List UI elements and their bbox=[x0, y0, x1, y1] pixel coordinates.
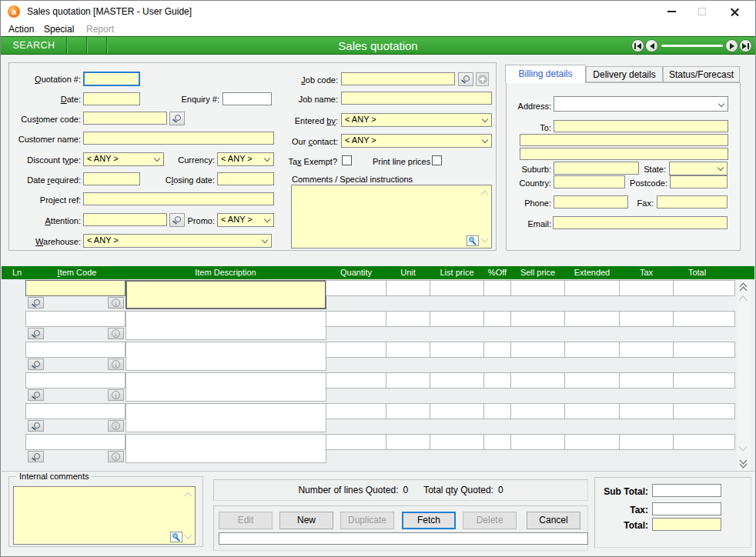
extended-cell[interactable] bbox=[564, 403, 620, 419]
job-search-button[interactable] bbox=[458, 72, 473, 86]
tax-total-input[interactable] bbox=[652, 502, 721, 515]
grand-total-input[interactable] bbox=[652, 518, 721, 531]
total-cell[interactable] bbox=[673, 280, 735, 296]
unit-cell[interactable] bbox=[386, 403, 430, 419]
new-button[interactable]: New bbox=[279, 512, 333, 529]
delete-button[interactable]: Delete bbox=[463, 512, 517, 529]
item-description-cell[interactable] bbox=[125, 280, 326, 309]
tax-cell[interactable] bbox=[619, 434, 674, 450]
tax-cell[interactable] bbox=[619, 280, 674, 296]
item-code-cell[interactable] bbox=[25, 280, 125, 296]
row-item-info-button[interactable] bbox=[108, 389, 124, 401]
state-select[interactable] bbox=[669, 162, 728, 175]
scroll-up-icon[interactable] bbox=[481, 191, 489, 198]
promo-select[interactable]: < ANY > bbox=[217, 213, 274, 227]
row-item-search-button[interactable] bbox=[28, 297, 44, 309]
scroll-down-icon[interactable] bbox=[185, 532, 192, 539]
closing-date-input[interactable] bbox=[217, 172, 274, 185]
quantity-cell[interactable] bbox=[326, 372, 386, 389]
record-slider[interactable] bbox=[661, 45, 723, 47]
total-cell[interactable] bbox=[673, 372, 735, 389]
item-code-cell[interactable] bbox=[25, 403, 125, 419]
customer-search-button[interactable] bbox=[169, 112, 185, 125]
email-input[interactable] bbox=[553, 216, 728, 229]
internal-comments-zoom-button[interactable] bbox=[170, 532, 182, 542]
address-to-input[interactable] bbox=[554, 120, 728, 132]
scroll-first-button[interactable] bbox=[739, 282, 748, 292]
tax-cell[interactable] bbox=[619, 403, 674, 419]
row-item-info-button[interactable] bbox=[108, 328, 124, 339]
unit-cell[interactable] bbox=[386, 342, 430, 358]
print-line-prices-checkbox[interactable] bbox=[432, 155, 442, 165]
scroll-down-icon[interactable] bbox=[738, 442, 747, 451]
sub-total-input[interactable] bbox=[652, 484, 721, 497]
quantity-cell[interactable] bbox=[326, 342, 386, 358]
row-item-info-button[interactable] bbox=[108, 451, 124, 462]
currency-select[interactable]: < ANY > bbox=[217, 152, 274, 166]
country-input[interactable] bbox=[554, 175, 625, 188]
item-code-cell[interactable] bbox=[25, 434, 125, 450]
unit-cell[interactable] bbox=[386, 311, 430, 327]
list-price-cell[interactable] bbox=[430, 403, 484, 419]
date-required-input[interactable] bbox=[83, 172, 140, 185]
extended-cell[interactable] bbox=[564, 280, 620, 296]
extended-cell[interactable] bbox=[564, 311, 620, 327]
percent-off-cell[interactable] bbox=[483, 311, 511, 327]
fax-input[interactable] bbox=[657, 195, 728, 208]
sell-price-cell[interactable] bbox=[510, 311, 565, 327]
sell-price-cell[interactable] bbox=[510, 342, 565, 358]
quotation-number-input[interactable] bbox=[83, 72, 140, 86]
our-contact-select[interactable]: < ANY > bbox=[341, 134, 492, 148]
scroll-down-icon[interactable] bbox=[481, 235, 489, 243]
address-line3-input[interactable] bbox=[520, 148, 728, 160]
customer-name-input[interactable] bbox=[83, 132, 274, 145]
item-description-cell[interactable] bbox=[125, 434, 326, 463]
percent-off-cell[interactable] bbox=[483, 434, 511, 450]
edit-button[interactable]: Edit bbox=[219, 512, 273, 529]
date-input[interactable] bbox=[83, 92, 140, 105]
total-cell[interactable] bbox=[673, 434, 735, 450]
fetch-button[interactable]: Fetch bbox=[402, 512, 456, 529]
item-code-cell[interactable] bbox=[25, 342, 125, 358]
list-price-cell[interactable] bbox=[430, 372, 484, 389]
sell-price-cell[interactable] bbox=[510, 403, 565, 419]
tax-cell[interactable] bbox=[619, 342, 674, 358]
cancel-button[interactable]: Cancel bbox=[527, 512, 580, 529]
row-item-search-button[interactable] bbox=[28, 328, 44, 339]
grid-scrollbar[interactable] bbox=[737, 280, 751, 471]
list-price-cell[interactable] bbox=[430, 311, 484, 327]
duplicate-button[interactable]: Duplicate bbox=[340, 512, 394, 529]
entered-by-select[interactable]: < ANY > bbox=[341, 113, 492, 127]
postcode-input[interactable] bbox=[670, 175, 728, 188]
warehouse-select[interactable]: < ANY > bbox=[83, 234, 272, 248]
job-name-input[interactable] bbox=[341, 92, 492, 105]
list-price-cell[interactable] bbox=[430, 434, 484, 450]
row-item-search-button[interactable] bbox=[28, 359, 44, 370]
first-record-button[interactable] bbox=[631, 39, 644, 52]
sell-price-cell[interactable] bbox=[510, 372, 565, 389]
scroll-up-icon[interactable] bbox=[738, 295, 747, 304]
enquiry-number-input[interactable] bbox=[222, 92, 272, 105]
menu-action[interactable]: Action bbox=[8, 24, 34, 35]
maximize-button[interactable] bbox=[687, 1, 718, 22]
row-item-info-button[interactable] bbox=[108, 297, 124, 309]
unit-cell[interactable] bbox=[386, 372, 430, 389]
total-cell[interactable] bbox=[673, 403, 735, 419]
item-description-cell[interactable] bbox=[125, 372, 326, 402]
next-record-button[interactable] bbox=[725, 39, 738, 52]
project-ref-input[interactable] bbox=[83, 192, 274, 205]
menu-special[interactable]: Special bbox=[44, 24, 74, 35]
tax-cell[interactable] bbox=[619, 372, 674, 389]
scroll-last-button[interactable] bbox=[739, 458, 748, 467]
row-item-search-button[interactable] bbox=[28, 420, 44, 432]
last-record-button[interactable] bbox=[739, 39, 752, 52]
menu-report[interactable]: Report bbox=[86, 24, 114, 35]
quantity-cell[interactable] bbox=[326, 280, 386, 296]
quantity-cell[interactable] bbox=[326, 311, 386, 327]
customer-code-input[interactable] bbox=[83, 112, 167, 125]
minimize-button[interactable] bbox=[656, 1, 687, 22]
quantity-cell[interactable] bbox=[326, 403, 386, 419]
tab-status-forecast[interactable]: Status/Forecast bbox=[663, 66, 740, 82]
extended-cell[interactable] bbox=[564, 342, 620, 358]
comments-zoom-button[interactable] bbox=[467, 235, 479, 246]
